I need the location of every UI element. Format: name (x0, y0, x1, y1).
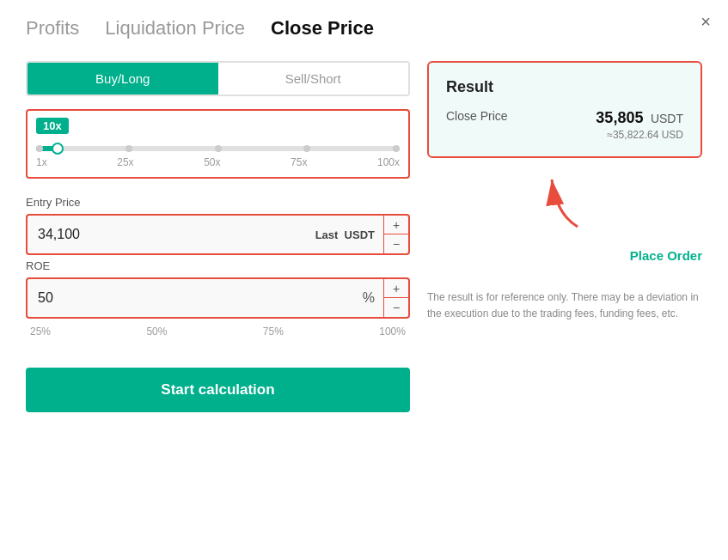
close-price-value: 35,805 (596, 109, 643, 126)
slider-thumb (52, 143, 64, 155)
leverage-label-50x: 50x (204, 156, 220, 168)
slider-dots (36, 145, 400, 152)
direction-toggle: Buy/Long Sell/Short (26, 61, 410, 96)
roe-unit: % (354, 290, 383, 306)
leverage-labels: 1x 25x 50x 75x 100x (36, 156, 400, 168)
entry-price-label: Entry Price (26, 196, 410, 209)
roe-input-row: % + − (26, 277, 410, 319)
close-price-usd: ≈35,822.64 USD (596, 129, 683, 141)
red-arrow-svg (539, 171, 590, 231)
entry-price-stepper: + − (383, 216, 408, 253)
slider-dot-5 (393, 145, 400, 152)
result-box: Result Close Price 35,805 USDT ≈35,822.6… (427, 61, 702, 158)
disclaimer: The result is for reference only. There … (427, 281, 702, 331)
leverage-slider-track[interactable] (36, 146, 400, 151)
roe-presets: 25% 50% 75% 100% (26, 326, 410, 338)
close-button[interactable]: × (700, 13, 711, 30)
leverage-badge: 10x (36, 118, 69, 134)
slider-dot-4 (303, 145, 310, 152)
leverage-container: 10x 1x 25x 50x 75x (26, 109, 410, 179)
roe-preset-100[interactable]: 100% (379, 326, 406, 338)
close-price-value-group: 35,805 USDT ≈35,822.64 USD (596, 109, 683, 141)
result-title: Result (446, 78, 683, 96)
leverage-label-25x: 25x (117, 156, 133, 168)
leverage-label-75x: 75x (291, 156, 307, 168)
slider-dot-2 (125, 145, 132, 152)
roe-stepper: + − (383, 279, 408, 317)
right-panel: Result Close Price 35,805 USDT ≈35,822.6… (427, 61, 702, 412)
sell-short-button[interactable]: Sell/Short (218, 63, 409, 94)
tab-bar: Profits Liquidation Price Close Price (26, 17, 702, 40)
entry-price-unit: USDT (345, 228, 375, 241)
entry-price-decrement[interactable]: − (384, 234, 408, 253)
buy-long-button[interactable]: Buy/Long (26, 61, 220, 96)
content-area: Buy/Long Sell/Short 10x (26, 61, 702, 412)
entry-price-suffix: Last USDT (307, 228, 383, 241)
entry-price-last: Last (315, 228, 339, 241)
place-order-button[interactable]: Place Order (630, 248, 702, 263)
roe-preset-75[interactable]: 75% (263, 326, 284, 338)
entry-price-input[interactable] (28, 218, 307, 251)
arrow-annotation (427, 171, 702, 231)
slider-dot-3 (215, 145, 222, 152)
tab-close-price[interactable]: Close Price (271, 17, 374, 40)
roe-preset-50[interactable]: 50% (146, 326, 167, 338)
roe-preset-25[interactable]: 25% (30, 326, 51, 338)
roe-decrement[interactable]: − (384, 298, 408, 317)
roe-input[interactable] (28, 282, 354, 314)
left-panel: Buy/Long Sell/Short 10x (26, 61, 410, 412)
entry-price-input-row: Last USDT + − (26, 214, 410, 255)
modal: × Profits Liquidation Price Close Price … (0, 0, 728, 560)
leverage-label-100x: 100x (377, 156, 400, 168)
roe-increment[interactable]: + (384, 279, 408, 298)
roe-section: ROE % + − 25% 50% 75% 100% (26, 259, 410, 338)
close-price-value-row: 35,805 USDT (596, 109, 683, 127)
tab-profits[interactable]: Profits (26, 17, 79, 40)
slider-dot-1 (36, 145, 43, 152)
start-calculation-button[interactable]: Start calculation (26, 368, 410, 412)
tab-liquidation[interactable]: Liquidation Price (105, 17, 245, 40)
close-price-unit: USDT (651, 112, 683, 125)
roe-label: ROE (26, 259, 410, 272)
entry-price-increment[interactable]: + (384, 216, 408, 234)
result-row: Close Price 35,805 USDT ≈35,822.64 USD (446, 109, 683, 141)
close-price-label: Close Price (446, 109, 508, 123)
leverage-label-1x: 1x (36, 156, 47, 168)
place-order-section: Place Order (427, 248, 702, 264)
entry-price-section: Entry Price Last USDT + − (26, 196, 410, 255)
